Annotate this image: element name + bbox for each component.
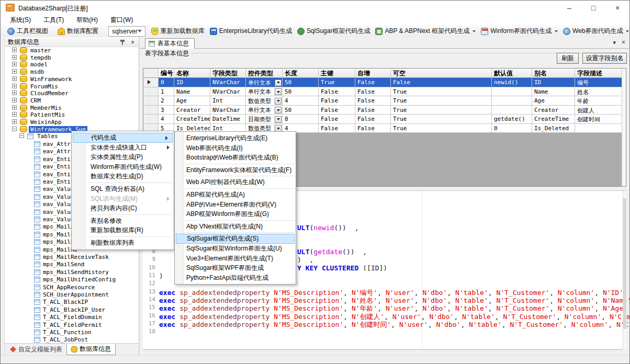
submenu-item-12[interactable]: Abp VNext框架代码生成(N): [175, 222, 296, 232]
tab-close-icon[interactable]: ×: [622, 39, 625, 46]
grid-row[interactable]: 1NameNVarChar单行文本50FalseFalseTrueName姓名: [143, 87, 622, 97]
grid-scrollbar[interactable]: [622, 69, 626, 186]
submenu-item-18[interactable]: Python+FastApi后端代码生成: [175, 273, 296, 283]
context-menu-item-8[interactable]: 拷贝列表内容(C): [72, 203, 174, 213]
submenu-item-16[interactable]: Vue3+Element界面代码生成(T): [175, 254, 296, 264]
tab-list-dropdown-icon[interactable]: ▾: [613, 39, 616, 46]
submenu-item-2[interactable]: Bootstrap的Web界面代码生成(B): [175, 153, 296, 163]
toolbar-button[interactable]: ABP & ABPNext 框架代码生成: [373, 26, 478, 37]
grid-column-header[interactable]: 名称: [174, 69, 210, 78]
tree-expand-icon[interactable]: +: [12, 48, 17, 52]
submenu-item-0[interactable]: EnterpriseLibrary代码生成(E): [175, 133, 296, 143]
submenu-item-4[interactable]: EntityFramework实体框架代码生成(F): [175, 165, 296, 175]
toolbar-button[interactable]: Winform界面代码生成: [478, 26, 560, 37]
tree-expand-icon[interactable]: +: [12, 105, 17, 110]
grid-row-header[interactable]: [143, 106, 159, 115]
tree-expand-icon[interactable]: −: [12, 127, 17, 131]
context-menu-item-10[interactable]: 表别名修改: [72, 216, 174, 226]
toolbar-button[interactable]: 数据库配置: [55, 26, 101, 37]
tree-expand-icon[interactable]: +: [12, 98, 17, 103]
pin-icon[interactable]: [120, 39, 125, 45]
grid-row-header[interactable]: [143, 78, 159, 87]
connection-combobox[interactable]: sqlserver: [108, 26, 145, 37]
tree-table-T_ACL_FieldDomain[interactable]: T_ACL_FieldDomain: [41, 314, 104, 321]
submenu-item-17[interactable]: SqlSugar框架WPF界面生成: [175, 263, 296, 273]
tree-item-model[interactable]: model: [29, 61, 49, 68]
grid-column-header[interactable]: 默认值: [492, 69, 532, 78]
submenu-item-14[interactable]: SqlSugar框架代码生成(S): [176, 234, 295, 244]
context-menu-item-4[interactable]: 数据库文档生成(D): [72, 172, 174, 181]
tree-table-mps_MailSendHistory[interactable]: mps_MailSendHistory: [41, 269, 110, 276]
grid-column-header[interactable]: 字段描述: [575, 69, 622, 78]
menubar-item-0[interactable]: 系统(S): [4, 15, 37, 26]
close-button[interactable]: ×: [605, 1, 629, 15]
submenu-item-15[interactable]: SqlSugar框架Winform界面生成(U): [175, 244, 296, 254]
tree-item-msdb[interactable]: msdb: [29, 69, 46, 75]
submenu-item-8[interactable]: ABP框架代码生成(A): [175, 190, 296, 200]
dropdown-arrow-icon[interactable]: [473, 30, 476, 32]
grid-row-header[interactable]: [143, 96, 159, 106]
toolbar-button[interactable]: 工具栏视图: [5, 26, 51, 37]
context-menu-item-0[interactable]: 代码生成: [73, 133, 173, 143]
tree-table-T_ACL_JobPost[interactable]: T_ACL_JobPost: [41, 336, 89, 343]
combo-dropdown-button[interactable]: [275, 98, 282, 105]
tree-table-SCH_AppResource[interactable]: SCH_AppResource: [41, 284, 96, 291]
tree-item-ForumMis[interactable]: ForumMis: [29, 83, 60, 90]
context-menu-item-6[interactable]: SQL 查询分析器(A): [72, 184, 174, 194]
tab-table-info[interactable]: 表基本信息: [145, 38, 195, 49]
tree-item-CloudMember[interactable]: CloudMember: [29, 90, 70, 97]
tree-expand-icon[interactable]: +: [12, 112, 17, 117]
tree-expand-icon[interactable]: −: [19, 133, 24, 138]
tree-item-WeixinApp[interactable]: WeixinApp: [29, 119, 63, 126]
grid-row-header[interactable]: [143, 115, 159, 124]
tree-expand-icon[interactable]: +: [12, 90, 17, 95]
combo-dropdown-button[interactable]: [275, 107, 282, 113]
grid-column-header[interactable]: 控件类型: [246, 69, 283, 78]
menubar-item-3[interactable]: 窗口(W): [104, 15, 139, 26]
set-field-alias-button[interactable]: 设置字段别名: [582, 53, 627, 64]
tree-item-WinFramework[interactable]: WinFramework: [29, 76, 73, 83]
minimize-button[interactable]: –: [557, 1, 581, 15]
panel-tab-1[interactable]: 数据库信息: [66, 344, 116, 355]
grid-column-header[interactable]: 可空: [391, 69, 492, 78]
submenu-item-1[interactable]: Web界面代码生成(I): [175, 143, 296, 153]
tree-table-mps_MailSend[interactable]: mps_MailSend: [41, 261, 86, 268]
combo-dropdown-button[interactable]: [275, 79, 282, 86]
dropdown-arrow-icon[interactable]: [626, 30, 629, 32]
context-menu-item-2[interactable]: 实体类属性生成(P): [72, 152, 174, 162]
tree-table-SCH_UserAppointment[interactable]: SCH_UserAppointment: [41, 291, 110, 298]
grid-column-header[interactable]: 编号: [159, 69, 174, 78]
panel-tab-0[interactable]: 自定义模板列表: [6, 344, 66, 355]
menubar-item-2[interactable]: 帮助(H): [70, 15, 104, 26]
grid-column-header[interactable]: 自增: [355, 69, 391, 78]
tree-expand-icon[interactable]: +: [12, 84, 17, 88]
grid-row[interactable]: 3CreatorNVarChar单行文本50FalseFalseTrueCrea…: [143, 106, 622, 115]
editor-scroll-thumb[interactable]: [623, 198, 626, 329]
combo-dropdown-button[interactable]: [275, 88, 282, 95]
tree-expand-icon[interactable]: +: [12, 55, 17, 60]
tree-expand-icon[interactable]: +: [12, 62, 17, 66]
tree-item-PatientMis[interactable]: PatientMis: [29, 111, 66, 118]
toolbar-button[interactable]: EnterpriseLibrary代码生成: [207, 26, 295, 37]
grid-row[interactable]: 2AgeInt数值类型4FalseFalseTrueAge年龄: [143, 96, 622, 106]
grid-row-header[interactable]: [143, 87, 159, 97]
tree-table-T_ACL_BlackIP[interactable]: T_ACL_BlackIP: [41, 299, 89, 305]
menubar-item-1[interactable]: 工具(T): [37, 15, 70, 26]
tree-table-T_ACL_Function[interactable]: T_ACL_Function: [41, 329, 93, 336]
tree-expand-icon[interactable]: +: [12, 119, 17, 124]
toolbar-button[interactable]: Web界面代码生成: [560, 26, 630, 37]
panel-close-icon[interactable]: ×: [131, 38, 134, 48]
grid-row[interactable]: 4CreateTimeDateTime日期类型8FalseFalseTruege…: [143, 115, 622, 124]
submenu-item-6[interactable]: Web API控制器代码生成(W): [175, 177, 296, 187]
dropdown-arrow-icon[interactable]: [555, 30, 558, 32]
grid-row[interactable]: 0IDNVarChar单行文本50TrueFalseFalsenewid()ID…: [143, 78, 622, 87]
tree-table-mps_MailUnifiedConfig[interactable]: mps_MailUnifiedConfig: [41, 276, 117, 283]
maximize-button[interactable]: □: [581, 1, 605, 15]
tree-node-tables[interactable]: Tables: [36, 133, 60, 140]
context-menu-item-1[interactable]: 实体类生成快速入口: [72, 143, 174, 153]
tree-item-master[interactable]: master: [29, 47, 53, 54]
grid-column-header[interactable]: 别名: [532, 69, 575, 78]
context-menu-item-3[interactable]: Winform界面代码生成(W): [72, 162, 174, 172]
editor-scrollbar[interactable]: [623, 191, 627, 350]
tree-table-T_ACL_FieldPermit[interactable]: T_ACL_FieldPermit: [41, 322, 104, 328]
